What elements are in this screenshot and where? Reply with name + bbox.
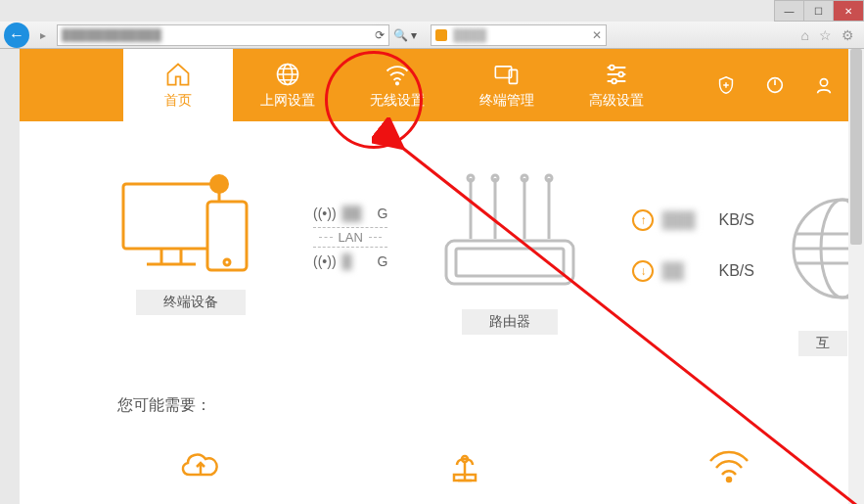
wifi-icon <box>384 61 411 88</box>
address-input[interactable] <box>62 28 375 42</box>
wifi-signal-icon[interactable] <box>705 445 753 488</box>
svg-rect-10 <box>123 184 219 249</box>
upload-row: ↑ ███ KB/S <box>632 209 753 231</box>
home-icon <box>164 61 192 88</box>
svg-point-22 <box>727 478 731 481</box>
upload-icon: ↑ <box>632 209 654 231</box>
router-card[interactable]: 路由器 <box>436 170 583 335</box>
svg-point-5 <box>610 66 614 70</box>
nav-advanced-label: 高级设置 <box>589 92 644 110</box>
svg-rect-18 <box>456 249 564 276</box>
search-icon[interactable]: 🔍 ▾ <box>393 28 417 42</box>
upload-value: ███ <box>661 211 710 229</box>
svg-point-13 <box>209 174 229 194</box>
nav-advanced[interactable]: 高级设置 <box>562 49 671 121</box>
download-unit: KB/S <box>718 262 753 280</box>
svg-rect-4 <box>509 69 517 83</box>
settings-icon[interactable]: ⚙ <box>841 27 854 43</box>
signal-icon: ((•)) <box>313 253 337 269</box>
page-content: 首页 上网设置 无线设置 终端管理 高级设置 <box>20 49 864 504</box>
user-icon[interactable] <box>813 74 835 96</box>
download-row: ↓ ██ KB/S <box>632 260 753 282</box>
devices-card[interactable]: 终端设备 <box>117 170 264 315</box>
nav-clients[interactable]: 终端管理 <box>452 49 562 121</box>
download-value: ██ <box>661 262 710 280</box>
svg-point-7 <box>612 79 616 84</box>
svg-point-6 <box>618 72 623 77</box>
devices-icon <box>493 61 521 88</box>
signal-icon: ((•)) <box>313 206 337 221</box>
dashboard-row: 终端设备 ((•)) ██ G LAN ((•)) █ G <box>20 121 864 376</box>
antenna-icon[interactable] <box>440 445 489 488</box>
forward-button[interactable]: ▸ <box>33 25 53 45</box>
devices-label: 终端设备 <box>136 290 246 315</box>
globe-icon <box>274 61 301 88</box>
power-icon[interactable] <box>764 74 786 96</box>
back-button[interactable]: ← <box>4 23 29 48</box>
window-controls: — ☐ ✕ <box>774 0 864 22</box>
top-navigation: 首页 上网设置 无线设置 终端管理 高级设置 <box>20 49 864 121</box>
wifi-5g-name: ██ <box>342 206 372 221</box>
shield-icon[interactable] <box>715 74 737 96</box>
vertical-scrollbar[interactable] <box>848 49 864 504</box>
nav-right-icons <box>715 49 864 121</box>
nav-wifi[interactable]: 无线设置 <box>342 49 452 121</box>
refresh-icon[interactable]: ⟳ <box>375 28 385 42</box>
you-may-need-section: 您可能需要： <box>20 376 864 504</box>
speed-info: ↑ ███ KB/S ↓ ██ KB/S <box>632 209 753 282</box>
lan-row: LAN <box>313 228 387 247</box>
connection-info: ((•)) ██ G LAN ((•)) █ G <box>313 200 387 275</box>
internet-label: 互 <box>798 331 847 356</box>
nav-home[interactable]: 首页 <box>123 49 233 121</box>
wifi-5g-row: ((•)) ██ G <box>313 200 387 227</box>
upload-unit: KB/S <box>718 211 753 229</box>
svg-point-9 <box>820 79 827 86</box>
wifi-5g-band: G <box>378 206 388 221</box>
minimize-button[interactable]: — <box>775 1 804 21</box>
you-may-need-title: 您可能需要： <box>117 395 766 416</box>
favicon-icon <box>435 29 447 41</box>
browser-tab[interactable]: ████ ✕ <box>431 24 607 46</box>
favorites-icon[interactable]: ☆ <box>819 27 832 43</box>
router-label: 路由器 <box>462 309 558 335</box>
close-window-button[interactable]: ✕ <box>834 1 863 21</box>
address-bar[interactable]: ⟳ <box>57 24 389 46</box>
monitor-phone-icon <box>117 170 264 278</box>
router-icon <box>436 170 583 298</box>
sliders-icon <box>603 61 630 88</box>
tab-title: ████ <box>453 28 586 42</box>
browser-toolbar: ← ▸ ⟳ 🔍 ▾ ████ ✕ ⌂ ☆ ⚙ <box>0 22 864 49</box>
scrollbar-thumb[interactable] <box>850 49 862 245</box>
wifi-24g-name: █ <box>342 253 372 269</box>
download-icon: ↓ <box>632 260 654 282</box>
nav-wifi-label: 无线设置 <box>370 92 425 110</box>
wifi-24g-band: G <box>378 253 388 269</box>
tab-close-button[interactable]: ✕ <box>592 28 602 42</box>
nav-wan[interactable]: 上网设置 <box>233 49 342 121</box>
nav-clients-label: 终端管理 <box>479 92 534 110</box>
browser-right-icons: ⌂ ☆ ⚙ <box>801 27 860 43</box>
nav-wan-label: 上网设置 <box>260 92 315 110</box>
wifi-24g-row: ((•)) █ G <box>313 248 387 275</box>
maximize-button[interactable]: ☐ <box>804 1 834 21</box>
svg-point-2 <box>396 82 398 84</box>
cloud-upload-icon[interactable] <box>176 445 225 488</box>
home-icon[interactable]: ⌂ <box>801 27 809 43</box>
nav-home-label: 首页 <box>164 92 192 110</box>
